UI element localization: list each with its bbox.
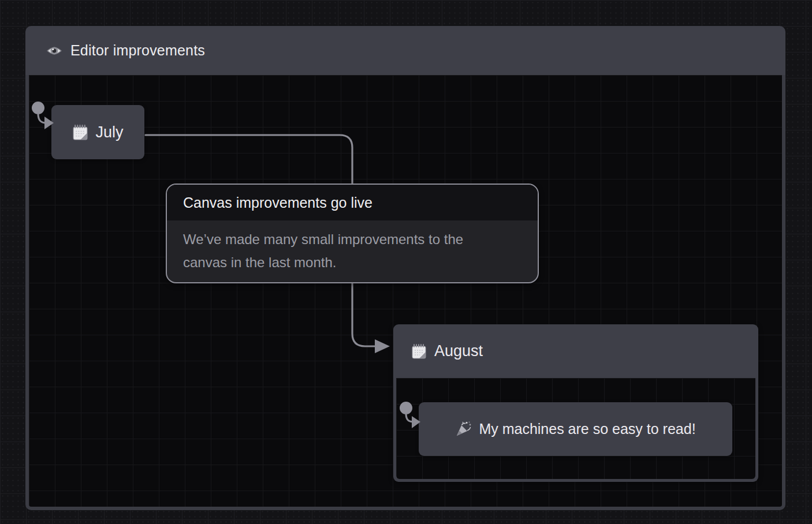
transition-event-card[interactable]: Canvas improvements go live We’ve made m… [166,184,539,283]
machine-title: Editor improvements [70,42,205,59]
transition-event-title: Canvas improvements go live [167,185,538,220]
transition-event-description: We’ve made many small improvements to th… [167,220,508,274]
spiral-notepad-icon [411,343,427,359]
spiral-notepad-icon [72,124,88,140]
state-node-august-header[interactable]: August [393,324,758,378]
party-popper-icon [455,421,472,437]
state-label: August [434,342,483,360]
machine-frame-header[interactable]: Editor improvements [25,26,785,75]
state-node-machines[interactable]: My machines are so easy to read! [419,402,732,456]
state-node-july[interactable]: July [51,105,144,159]
state-label: July [95,123,123,141]
eye-icon [46,43,62,59]
state-label: My machines are so easy to read! [479,421,695,437]
diagram-canvas[interactable]: Editor improvements [0,0,812,524]
